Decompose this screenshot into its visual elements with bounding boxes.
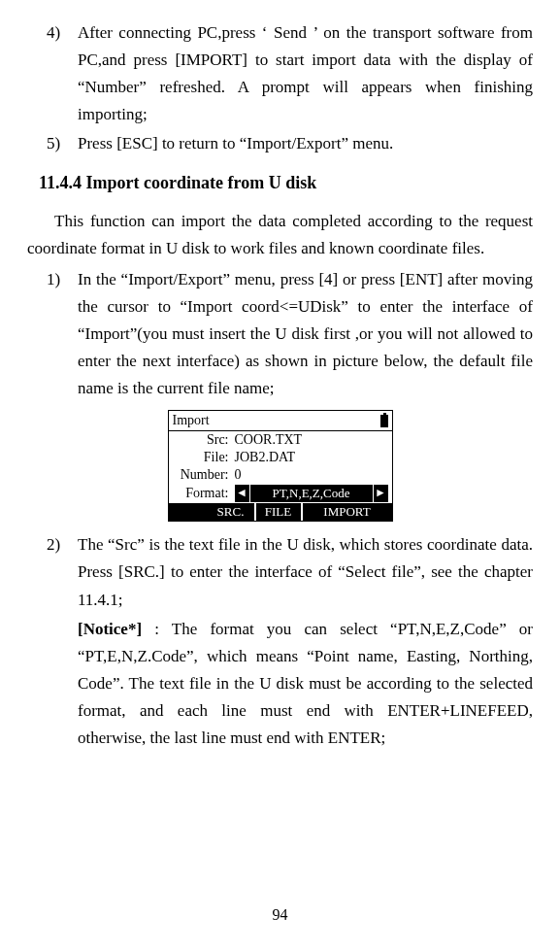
list-marker: 2) <box>47 531 60 559</box>
step-2-notice: [Notice*] : The format you can select “P… <box>27 616 533 752</box>
diagram-titlebar: Import <box>169 411 392 431</box>
softkey-gap <box>169 503 208 521</box>
value-src: COOR.TXT <box>235 431 388 449</box>
diagram-title-text: Import <box>173 412 210 429</box>
softkey-import: IMPORT <box>303 503 392 521</box>
softkey-file: FILE <box>256 503 303 521</box>
label-file: File: <box>173 449 235 466</box>
import-screen-diagram: Import Src: COOR.TXT File: JOB2.DAT Numb… <box>168 410 393 522</box>
section-heading: 11.4.4 Import coordinate from U disk <box>27 169 533 198</box>
step-text: The “Src” is the text file in the U disk… <box>78 535 533 608</box>
arrow-left-icon: ◄ <box>235 485 249 502</box>
list-marker: 5) <box>47 130 60 157</box>
step-1: 1) In the “Import/Export” menu, press [4… <box>27 266 533 402</box>
row-number: Number: 0 <box>173 466 388 484</box>
label-number: Number: <box>173 466 235 484</box>
step-2: 2) The “Src” is the text file in the U d… <box>27 531 533 613</box>
intro-text: This function can import the data comple… <box>27 212 533 257</box>
list-text: Press [ESC] to return to “Import/Export”… <box>78 134 393 153</box>
diagram-body: Src: COOR.TXT File: JOB2.DAT Number: 0 F… <box>169 431 392 503</box>
document-body: 4) After connecting PC,press ‘ Send ’ on… <box>27 19 533 752</box>
battery-icon <box>380 415 388 427</box>
list-text: After connecting PC,press ‘ Send ’ on th… <box>78 23 533 123</box>
intro-paragraph: This function can import the data comple… <box>27 208 533 262</box>
value-format: PT,N,E,Z,Code <box>250 485 373 502</box>
value-number: 0 <box>235 466 388 484</box>
step-text: In the “Import/Export” menu, press [4] o… <box>78 270 533 397</box>
row-format: Format: ◄ PT,N,E,Z,Code ► <box>173 484 388 503</box>
row-src: Src: COOR.TXT <box>173 431 388 449</box>
value-file: JOB2.DAT <box>235 449 388 466</box>
list-marker: 4) <box>47 19 60 47</box>
softkey-bar: SRC. FILE IMPORT <box>169 503 392 521</box>
ordered-item-4: 4) After connecting PC,press ‘ Send ’ on… <box>27 19 533 128</box>
label-src: Src: <box>173 431 235 449</box>
row-file: File: JOB2.DAT <box>173 449 388 466</box>
list-marker: 1) <box>47 266 60 293</box>
page-number: 94 <box>0 902 560 928</box>
notice-text: [Notice*] : The format you can select “P… <box>78 620 533 747</box>
softkey-src: SRC. <box>208 503 256 521</box>
arrow-right-icon: ► <box>374 485 388 502</box>
ordered-item-5: 5) Press [ESC] to return to “Import/Expo… <box>27 130 533 157</box>
label-format: Format: <box>173 485 235 502</box>
